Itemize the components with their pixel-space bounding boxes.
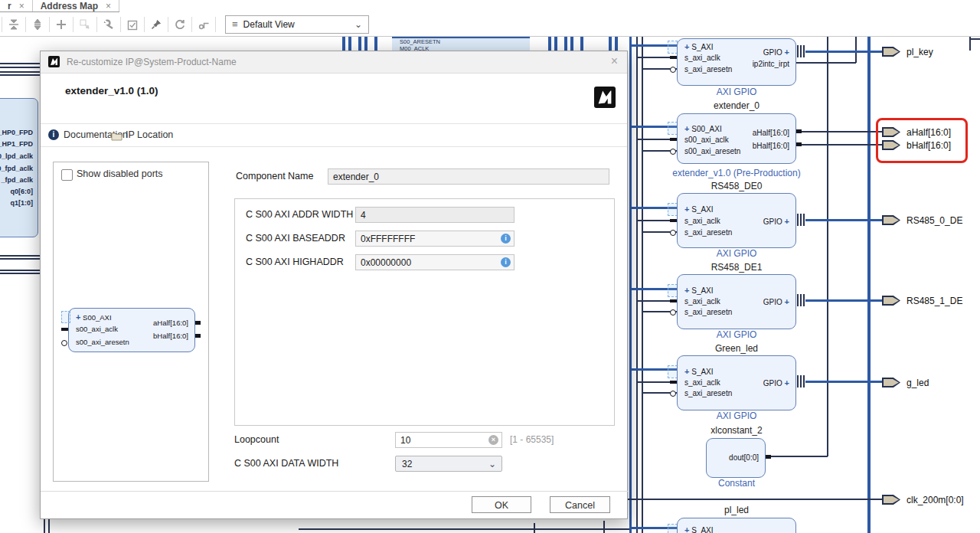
block-green-led[interactable]: + S_AXI s_axi_aclk s_axi_aresetn GPIO + xyxy=(677,355,796,410)
expand-plus-icon[interactable]: + xyxy=(785,297,789,306)
add-ip-icon[interactable] xyxy=(51,15,71,34)
port-s00-axi[interactable]: + S00_AXI xyxy=(684,124,722,133)
wire xyxy=(770,456,828,457)
expand-icon[interactable] xyxy=(28,15,47,34)
baseaddr-field[interactable]: 0xFFFFFFFF xyxy=(355,231,514,247)
expand-plus-icon[interactable]: + xyxy=(684,42,689,51)
toolbar-separator xyxy=(96,17,97,32)
expand-plus-icon[interactable]: + xyxy=(785,47,789,57)
expand-plus-icon[interactable]: + xyxy=(684,204,689,214)
loopcount-field[interactable]: 10 xyxy=(395,432,502,448)
tab-address-map[interactable]: Address Map × xyxy=(33,0,119,11)
port-bhalf[interactable]: bHalf[16:0] xyxy=(753,142,789,150)
output-port-rs485-1-de[interactable] xyxy=(882,296,900,306)
show-disabled-ports-checkbox[interactable] xyxy=(61,169,73,181)
clk-pin-marker xyxy=(670,219,677,222)
regenerate-layout-icon[interactable] xyxy=(194,15,214,34)
port-s-axi[interactable]: + S_AXI xyxy=(684,42,714,51)
wire xyxy=(358,37,361,51)
port-aclk[interactable]: s00_axi_aclk xyxy=(684,136,729,144)
block-title[interactable]: xlconstant_2 xyxy=(677,425,796,436)
dialog-close-icon[interactable]: × xyxy=(611,54,618,68)
info-icon[interactable]: i xyxy=(501,234,511,244)
chevron-down-icon: ⌄ xyxy=(354,19,362,30)
validate-design-icon[interactable] xyxy=(122,15,142,34)
port-label: m0_lpd_aclk xyxy=(0,152,33,160)
ip-location-link[interactable]: IP Location xyxy=(126,129,173,140)
ip-symbol-preview[interactable]: + S00_AXI s00_axi_aclk s00_axi_aresetn a… xyxy=(68,308,195,352)
info-icon[interactable]: i xyxy=(501,257,511,267)
expand-plus-icon[interactable]: + xyxy=(684,286,689,295)
port-gpio[interactable]: GPIO + xyxy=(763,217,789,226)
port-aclk[interactable]: s_axi_aclk xyxy=(684,378,720,387)
output-port-rs485-0-de[interactable] xyxy=(882,215,900,225)
output-port-label[interactable]: RS485_0_DE xyxy=(906,215,962,226)
customize-ip-wrench-icon[interactable] xyxy=(99,15,119,34)
port-aresetn[interactable]: s00_axi_aresetn xyxy=(684,147,740,155)
block-pl-led[interactable]: + S_AXI xyxy=(677,518,796,533)
output-port-g-led[interactable] xyxy=(882,378,900,387)
highlight-red-box xyxy=(876,118,968,163)
block-title[interactable]: RS458_DE1 xyxy=(677,262,796,273)
port-aresetn[interactable]: s_axi_aresetn xyxy=(684,389,732,397)
tab-close-icon[interactable]: × xyxy=(19,2,24,11)
output-port-label[interactable]: clk_200m[0:0] xyxy=(906,495,964,505)
block-axi-gpio-top[interactable]: + S_AXI s_axi_aclk s_axi_aresetn GPIO + … xyxy=(677,38,796,86)
port-ip2intc[interactable]: ip2intc_irpt xyxy=(753,60,789,68)
port-s-axi[interactable]: + S_AXI xyxy=(684,286,714,295)
data-width-dropdown[interactable]: 32 ⌄ xyxy=(395,456,502,472)
block-title[interactable]: Green_led xyxy=(677,343,796,354)
block-interconnect-partial[interactable]: S00_ARESETN M00_ACLK xyxy=(392,37,530,51)
port-aclk: s00_axi_aclk xyxy=(76,325,118,333)
port-gpio[interactable]: GPIO + xyxy=(763,378,789,387)
wire xyxy=(802,144,882,146)
port-gpio[interactable]: GPIO + xyxy=(763,297,789,306)
port-aclk[interactable]: s_axi_aclk xyxy=(684,217,720,225)
expand-plus-icon[interactable]: + xyxy=(684,525,689,533)
tab-close-icon[interactable]: × xyxy=(106,2,111,11)
expand-plus-icon[interactable]: + xyxy=(684,367,689,376)
block-title[interactable]: RS458_DE0 xyxy=(677,181,796,191)
block-xlconstant-2[interactable]: dout[0:0] xyxy=(706,438,766,478)
port-aresetn[interactable]: s_axi_aresetn xyxy=(684,228,732,237)
port-dout[interactable]: dout[0:0] xyxy=(729,453,759,462)
block-rs458-de0[interactable]: + S_AXI s_axi_aclk s_axi_aresetn GPIO + xyxy=(677,193,796,248)
cancel-button[interactable]: Cancel xyxy=(550,496,610,513)
expand-plus-icon[interactable]: + xyxy=(684,124,689,133)
output-port-label[interactable]: pl_key xyxy=(906,47,933,57)
loopcount-range-hint: [1 - 65535] xyxy=(510,434,554,445)
port-ahalf[interactable]: aHalf[16:0] xyxy=(753,129,789,137)
ok-button[interactable]: OK xyxy=(472,496,531,513)
refresh-icon[interactable] xyxy=(170,15,190,34)
block-type-label: AXI GPIO xyxy=(677,248,796,259)
collapse-icon[interactable] xyxy=(4,15,24,34)
port-aresetn[interactable]: s_axi_aresetn xyxy=(684,308,732,316)
clear-icon[interactable]: × xyxy=(488,435,498,445)
port-s-axi[interactable]: + S_AXI xyxy=(684,367,714,376)
output-port-label[interactable]: RS485_1_DE xyxy=(906,296,962,306)
vivado-window: r × Address Map × xyxy=(0,0,980,533)
block-title[interactable]: pl_led xyxy=(677,505,796,515)
expand-plus-icon[interactable]: + xyxy=(785,217,789,226)
port-s-axi[interactable]: + S_AXI xyxy=(684,525,714,533)
block-zynq-partial[interactable]: I_HP0_FPD I_HP1_FPD m0_lpd_aclk 0_fpd_ac… xyxy=(0,98,38,237)
highaddr-field[interactable]: 0x00000000 xyxy=(355,254,514,270)
block-title[interactable]: extender_0 xyxy=(677,100,796,111)
expand-plus-icon[interactable]: + xyxy=(785,378,789,387)
view-selector-dropdown[interactable]: ≡ Default View ⌄ xyxy=(225,15,369,34)
block-rs458-de1[interactable]: + S_AXI s_axi_aclk s_axi_aresetn GPIO + xyxy=(677,274,796,329)
output-port-clk-200m[interactable] xyxy=(882,495,900,505)
port-aclk[interactable]: s_axi_aclk xyxy=(684,54,720,62)
component-name-field[interactable]: extender_0 xyxy=(328,168,609,185)
bus-marker xyxy=(803,294,805,306)
tab-truncated[interactable]: r × xyxy=(0,0,33,11)
block-extender-0[interactable]: + S00_AXI s00_axi_aclk s00_axi_aresetn a… xyxy=(677,113,796,164)
port-aclk[interactable]: s_axi_aclk xyxy=(684,297,720,306)
pin-icon[interactable] xyxy=(146,15,166,34)
port-gpio[interactable]: GPIO + xyxy=(763,47,789,57)
dialog-titlebar[interactable]: Re-customize IP@System-Product-Name × xyxy=(41,51,627,74)
output-port-pl-key[interactable] xyxy=(882,47,900,57)
port-s-axi[interactable]: + S_AXI xyxy=(684,204,714,214)
port-aresetn[interactable]: s_axi_aresetn xyxy=(684,65,732,74)
output-port-label[interactable]: g_led xyxy=(906,378,929,388)
